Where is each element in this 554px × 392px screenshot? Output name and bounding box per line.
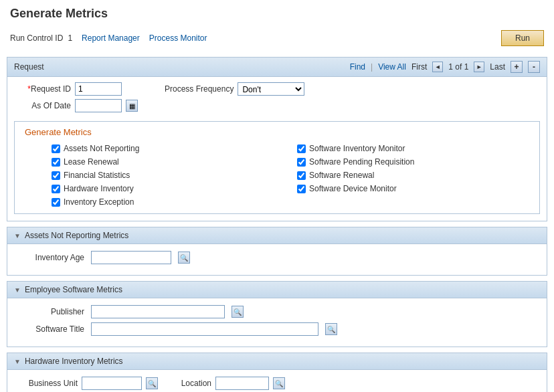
- calendar-icon[interactable]: ▦: [126, 100, 138, 112]
- generate-metrics-subsection: Generate Metrics Assets Not Reporting So…: [14, 121, 540, 214]
- assets-not-reporting-header[interactable]: ▼ Assets Not Reporting Metrics: [7, 227, 547, 244]
- publisher-input[interactable]: [91, 305, 225, 318]
- generate-metrics-body: Generate Metrics Assets Not Reporting So…: [15, 122, 539, 213]
- as-of-date-label: As Of Date: [17, 101, 71, 110]
- checkbox-software-device-monitor-label[interactable]: Software Device Monitor: [309, 184, 397, 193]
- run-button[interactable]: Run: [501, 30, 544, 46]
- checkbox-software-renewal-label[interactable]: Software Renewal: [309, 171, 374, 180]
- employee-software-section: ▼ Employee Software Metrics Publisher 🔍 …: [7, 281, 547, 347]
- run-control-bar: Run Control ID 1 Report Manager Process …: [0, 26, 554, 50]
- hardware-inventory-body: Business Unit 🔍 Location 🔍 Department 🔍 …: [7, 370, 547, 392]
- location-label: Location: [171, 379, 211, 388]
- triangle-down-icon: ▼: [14, 232, 21, 239]
- checkbox-inventory-exception-input[interactable]: [52, 198, 60, 207]
- required-star: *: [27, 84, 31, 94]
- checkbox-lease-renewal: Lease Renewal: [52, 156, 284, 168]
- checkbox-assets-not-reporting-input[interactable]: [52, 144, 60, 153]
- checkbox-hardware-inventory-input[interactable]: [52, 185, 60, 193]
- checkbox-lease-renewal-label[interactable]: Lease Renewal: [64, 157, 119, 167]
- first-label: First: [411, 62, 427, 72]
- request-id-label: *Request ID: [17, 84, 71, 94]
- process-freq-group: Process Frequency Don't Always Once: [165, 82, 304, 99]
- request-section-header: Request Find | View All First ◄ 1 of 1 ►…: [7, 58, 547, 77]
- hardware-inventory-section: ▼ Hardware Inventory Metrics Business Un…: [7, 353, 547, 392]
- checkbox-lease-renewal-input[interactable]: [52, 158, 60, 167]
- page-title: Generate Metrics: [0, 0, 554, 26]
- process-freq-select[interactable]: Don't Always Once: [238, 82, 304, 96]
- checkbox-financial-statistics-input[interactable]: [52, 171, 60, 180]
- triangle-down-icon-3: ▼: [14, 358, 21, 365]
- checkbox-financial-statistics: Financial Statistics: [52, 169, 284, 181]
- inventory-age-lookup-icon[interactable]: 🔍: [178, 252, 190, 264]
- pipe-separator: |: [371, 62, 373, 72]
- location-input[interactable]: [215, 377, 269, 390]
- report-manager-link[interactable]: Report Manager: [82, 33, 140, 43]
- hardware-inventory-header[interactable]: ▼ Hardware Inventory Metrics: [7, 353, 547, 370]
- request-section-title: Request: [14, 62, 44, 72]
- inventory-age-input[interactable]: [91, 251, 171, 264]
- assets-not-reporting-title: Assets Not Reporting Metrics: [25, 231, 128, 240]
- location-group: Location 🔍: [171, 377, 285, 390]
- business-unit-lookup-icon[interactable]: 🔍: [146, 377, 158, 389]
- hardware-inventory-title: Hardware Inventory Metrics: [25, 357, 123, 366]
- employee-software-title: Employee Software Metrics: [25, 285, 122, 294]
- checkbox-software-pending-requisition-input[interactable]: [297, 158, 306, 167]
- checkbox-hardware-inventory: Hardware Inventory: [52, 183, 284, 195]
- process-freq-label: Process Frequency: [165, 84, 234, 94]
- checkbox-software-inventory-monitor: Software Inventory Monitor: [297, 142, 529, 155]
- checkbox-software-inventory-monitor-label[interactable]: Software Inventory Monitor: [309, 144, 405, 153]
- publisher-label: Publisher: [17, 307, 84, 316]
- software-title-input[interactable]: [91, 322, 318, 336]
- process-monitor-link[interactable]: Process Monitor: [149, 33, 207, 43]
- software-title-label: Software Title: [17, 324, 84, 334]
- checkbox-assets-not-reporting: Assets Not Reporting: [52, 142, 284, 155]
- page-info: 1 of 1: [448, 62, 468, 72]
- checkbox-software-pending-requisition: Software Pending Requisition: [297, 156, 529, 168]
- run-control-id-label: Run Control ID: [10, 33, 63, 43]
- checkbox-grid: Assets Not Reporting Software Inventory …: [25, 142, 529, 208]
- checkbox-inventory-exception: Inventory Exception: [52, 196, 284, 208]
- business-unit-input[interactable]: [82, 377, 142, 390]
- request-id-input[interactable]: [75, 82, 122, 96]
- triangle-down-icon-2: ▼: [14, 286, 21, 294]
- run-control-id-value: 1: [68, 33, 72, 43]
- assets-not-reporting-body: Inventory Age 🔍: [7, 244, 547, 275]
- checkbox-financial-statistics-label[interactable]: Financial Statistics: [64, 171, 130, 180]
- next-button[interactable]: ►: [474, 62, 484, 72]
- prev-button[interactable]: ◄: [432, 62, 443, 72]
- checkbox-software-renewal-input[interactable]: [297, 171, 306, 180]
- employee-software-body: Publisher 🔍 Software Title 🔍: [7, 298, 547, 347]
- request-id-group: *Request ID As Of Date ▦: [17, 82, 138, 116]
- employee-software-header[interactable]: ▼ Employee Software Metrics: [7, 282, 547, 298]
- checkbox-software-pending-requisition-label[interactable]: Software Pending Requisition: [309, 157, 414, 167]
- assets-not-reporting-section: ▼ Assets Not Reporting Metrics Inventory…: [7, 227, 547, 276]
- checkbox-software-device-monitor: Software Device Monitor: [297, 183, 529, 195]
- checkbox-inventory-exception-label[interactable]: Inventory Exception: [64, 197, 134, 207]
- location-lookup-icon[interactable]: 🔍: [273, 377, 285, 389]
- checkbox-hardware-inventory-label[interactable]: Hardware Inventory: [64, 184, 134, 193]
- add-row-button[interactable]: +: [511, 61, 523, 73]
- software-title-lookup-icon[interactable]: 🔍: [325, 323, 337, 335]
- checkbox-software-device-monitor-input[interactable]: [297, 185, 306, 193]
- view-all-link[interactable]: View All: [378, 62, 406, 72]
- business-unit-group: Business Unit 🔍: [17, 377, 158, 390]
- as-of-date-input[interactable]: [75, 99, 122, 112]
- inventory-age-label: Inventory Age: [17, 253, 84, 262]
- publisher-lookup-icon[interactable]: 🔍: [232, 306, 244, 318]
- checkbox-software-renewal: Software Renewal: [297, 169, 529, 181]
- generate-metrics-title: Generate Metrics: [25, 127, 529, 137]
- find-link[interactable]: Find: [350, 62, 365, 72]
- delete-row-button[interactable]: -: [528, 61, 540, 73]
- request-section: Request Find | View All First ◄ 1 of 1 ►…: [7, 57, 547, 221]
- checkbox-assets-not-reporting-label[interactable]: Assets Not Reporting: [64, 144, 139, 153]
- request-fields: *Request ID As Of Date ▦ Process Frequen…: [7, 77, 547, 121]
- request-header-controls: Find | View All First ◄ 1 of 1 ► Last + …: [350, 61, 540, 73]
- last-label: Last: [490, 62, 505, 72]
- business-unit-label: Business Unit: [17, 379, 78, 388]
- checkbox-software-inventory-monitor-input[interactable]: [297, 144, 306, 153]
